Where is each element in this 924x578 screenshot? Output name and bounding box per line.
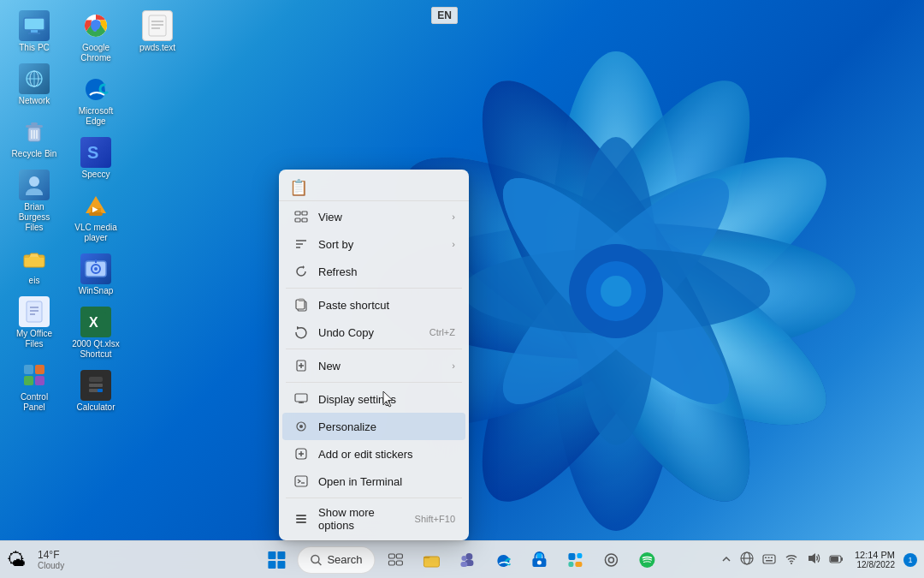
- desktop-icon-label: 2000 Qt.xlsx Shortcut: [72, 339, 120, 360]
- svg-rect-94: [296, 518, 306, 520]
- svg-rect-40: [24, 376, 33, 385]
- svg-rect-16: [24, 18, 44, 30]
- tray-battery-icon[interactable]: [827, 551, 846, 569]
- svg-point-15: [601, 276, 631, 307]
- desktop-icon-vlc[interactable]: ▶ VLC media player: [68, 187, 123, 247]
- svg-marker-75: [303, 265, 305, 269]
- sort-by-label: Sort by: [318, 238, 448, 251]
- teams-button[interactable]: [453, 545, 483, 575]
- svg-point-129: [791, 563, 792, 564]
- svg-rect-127: [771, 557, 773, 558]
- svg-point-44: [92, 21, 100, 30]
- desktop-icon-label: Control Panel: [10, 392, 58, 413]
- context-menu-paste-shortcut[interactable]: Paste shortcut: [282, 291, 465, 319]
- desktop-icon-calculator[interactable]: Calculator: [68, 366, 123, 416]
- settings-taskbar-button[interactable]: [596, 545, 627, 575]
- context-menu-divider-2: [286, 349, 462, 349]
- weather-temperature: 14°F: [38, 549, 64, 561]
- desktop-icon-edge[interactable]: Microsoft Edge: [68, 70, 123, 130]
- tray-clock[interactable]: 12:14 PM 12/8/2022: [851, 548, 898, 571]
- desktop-icon-speccy[interactable]: S Speccy: [68, 134, 123, 183]
- context-menu-new[interactable]: New ›: [282, 352, 465, 379]
- svg-line-101: [318, 562, 322, 565]
- open-terminal-label: Open in Terminal: [318, 475, 455, 488]
- svg-rect-128: [766, 560, 773, 562]
- desktop-icon-my-office[interactable]: My Office Files: [7, 293, 62, 353]
- show-more-label: Show more options: [318, 506, 408, 532]
- desktop-icon-control-panel[interactable]: Control Panel: [7, 356, 62, 416]
- tray-expand-button[interactable]: [720, 551, 733, 569]
- desktop-icon-brian-burgess[interactable]: Brian Burgess Files: [7, 166, 62, 236]
- language-indicator[interactable]: EN: [431, 7, 458, 24]
- tray-volume-icon[interactable]: [805, 551, 822, 569]
- tray-language-icon[interactable]: [738, 550, 755, 569]
- personalize-label: Personalize: [318, 420, 455, 433]
- svg-rect-98: [268, 561, 275, 569]
- context-menu-top-icon-row: 📋: [279, 173, 469, 201]
- file-explorer-button[interactable]: [417, 545, 447, 575]
- weather-description: Cloudy: [38, 561, 64, 570]
- system-tray: 12:14 PM 12/8/2022 1: [720, 548, 917, 571]
- task-view-button[interactable]: [381, 545, 412, 575]
- widgets-button[interactable]: [560, 545, 591, 575]
- taskbar-search[interactable]: Search: [297, 546, 375, 574]
- svg-rect-114: [569, 553, 576, 560]
- svg-rect-115: [578, 553, 583, 558]
- context-menu-personalize[interactable]: Personalize: [282, 413, 465, 440]
- store-button[interactable]: [524, 545, 555, 575]
- context-menu-undo-copy[interactable]: Undo Copy Ctrl+Z: [282, 319, 465, 346]
- desktop: This PC Network Recycle Bin Brian Burges…: [0, 0, 924, 578]
- undo-icon: [293, 324, 310, 341]
- svg-rect-116: [569, 562, 574, 567]
- context-menu-view[interactable]: View ›: [282, 203, 465, 230]
- svg-point-52: [94, 267, 98, 271]
- search-icon: [310, 554, 322, 566]
- desktop-icon-eis[interactable]: eis: [7, 240, 62, 289]
- svg-rect-39: [35, 365, 44, 374]
- spotify-button[interactable]: [632, 545, 663, 575]
- taskbar-weather[interactable]: 14°F Cloudy: [33, 547, 69, 572]
- tray-wifi-icon[interactable]: [783, 551, 800, 569]
- svg-rect-71: [302, 218, 307, 222]
- svg-rect-132: [831, 557, 838, 562]
- context-menu-divider-1: [286, 288, 462, 289]
- context-menu-show-more[interactable]: Show more options Shift+F10: [282, 501, 465, 537]
- svg-rect-25: [26, 125, 43, 128]
- svg-rect-60: [98, 384, 103, 387]
- clipboard-icon: 📋: [289, 178, 308, 197]
- notification-badge[interactable]: 1: [903, 553, 917, 567]
- desktop-icon-chrome[interactable]: Google Chrome: [68, 7, 123, 67]
- svg-rect-126: [767, 557, 769, 558]
- start-button[interactable]: [261, 545, 292, 575]
- desktop-icon-recycle-bin[interactable]: Recycle Bin: [7, 113, 62, 163]
- tray-time-display: 12:14 PM: [855, 550, 895, 560]
- edge-taskbar-button[interactable]: [489, 545, 519, 575]
- svg-rect-124: [763, 555, 775, 563]
- tray-keyboard-icon[interactable]: [761, 551, 778, 569]
- svg-rect-110: [461, 562, 468, 567]
- context-menu-refresh[interactable]: Refresh: [282, 258, 465, 285]
- context-menu-open-terminal[interactable]: Open in Terminal: [282, 468, 465, 495]
- desktop-icon-pwds-text[interactable]: pwds.text: [130, 7, 185, 57]
- svg-rect-38: [24, 365, 33, 374]
- context-menu-add-stickers[interactable]: Add or edit stickers: [282, 440, 465, 468]
- desktop-icon-winsnap[interactable]: WinSnap: [68, 250, 123, 300]
- taskbar-center: Search: [261, 545, 662, 575]
- desktop-icon-this-pc[interactable]: This PC: [7, 7, 62, 57]
- context-menu: 📋 View › Sort by › Refresh: [279, 170, 469, 540]
- desktop-icon-excel-shortcut[interactable]: X 2000 Qt.xlsx Shortcut: [68, 303, 123, 363]
- view-label: View: [318, 211, 448, 223]
- paste-shortcut-label: Paste shortcut: [318, 299, 455, 312]
- new-label: New: [318, 360, 448, 372]
- desktop-icon-network[interactable]: Network: [7, 60, 62, 110]
- show-more-shortcut: Shift+F10: [415, 514, 455, 524]
- context-menu-sort-by[interactable]: Sort by ›: [282, 230, 465, 258]
- desktop-icon-label: pwds.text: [139, 43, 175, 53]
- desktop-icon-column-1: This PC Network Recycle Bin Brian Burges…: [7, 7, 62, 416]
- svg-rect-68: [295, 212, 300, 215]
- svg-rect-125: [765, 557, 767, 558]
- display-icon: [293, 390, 310, 408]
- desktop-icon-label: My Office Files: [10, 329, 58, 349]
- view-icon: [293, 208, 310, 225]
- context-menu-display-settings[interactable]: Display settings: [282, 385, 465, 413]
